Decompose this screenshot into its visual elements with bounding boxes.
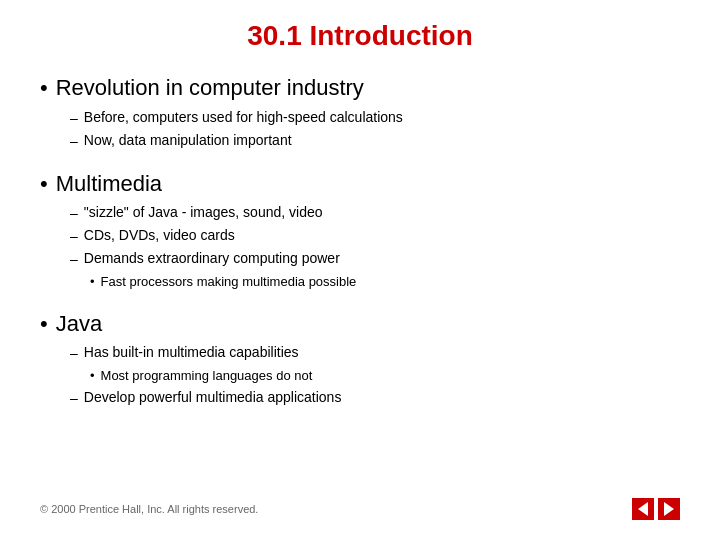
revolution-sub-items: – Before, computers used for high-speed … bbox=[70, 107, 680, 152]
revolution-sub-1-text: Before, computers used for high-speed ca… bbox=[84, 107, 403, 128]
dash-4: – bbox=[70, 226, 78, 247]
dash-5: – bbox=[70, 249, 78, 270]
multimedia-sub-sub-1-text: Fast processors making multimedia possib… bbox=[101, 272, 357, 292]
java-sub-1: – Has built-in multimedia capabilities bbox=[70, 342, 680, 364]
multimedia-sub-1: – "sizzle" of Java - images, sound, vide… bbox=[70, 202, 680, 224]
java-sub-2: – Develop powerful multimedia applicatio… bbox=[70, 387, 680, 409]
bullet-dot-1: • bbox=[40, 75, 48, 101]
dash-3: – bbox=[70, 203, 78, 224]
section-multimedia: • Multimedia – "sizzle" of Java - images… bbox=[40, 170, 680, 296]
dash-2: – bbox=[70, 131, 78, 152]
copyright-text: © 2000 Prentice Hall, Inc. All rights re… bbox=[40, 503, 258, 515]
sub-bullet-1: • bbox=[90, 272, 95, 292]
bullet-multimedia: • Multimedia bbox=[40, 170, 680, 199]
dash-7: – bbox=[70, 388, 78, 409]
multimedia-sub-2-text: CDs, DVDs, video cards bbox=[84, 225, 235, 246]
sub-bullet-2: • bbox=[90, 366, 95, 386]
slide-footer: © 2000 Prentice Hall, Inc. All rights re… bbox=[40, 490, 680, 520]
bullet-java: • Java bbox=[40, 310, 680, 339]
bullet-java-text: Java bbox=[56, 310, 102, 339]
section-java: • Java – Has built-in multimedia capabil… bbox=[40, 310, 680, 413]
multimedia-sub-1-text: "sizzle" of Java - images, sound, video bbox=[84, 202, 323, 223]
slide-title: 30.1 Introduction bbox=[40, 20, 680, 56]
slide: 30.1 Introduction • Revolution in comput… bbox=[0, 0, 720, 540]
java-sub-2-text: Develop powerful multimedia applications bbox=[84, 387, 342, 408]
java-sub-items: – Has built-in multimedia capabilities •… bbox=[70, 342, 680, 409]
dash-6: – bbox=[70, 343, 78, 364]
multimedia-sub-3: – Demands extraordinary computing power bbox=[70, 248, 680, 270]
java-sub-sub-items: • Most programming languages do not bbox=[90, 366, 680, 386]
slide-content: • Revolution in computer industry – Befo… bbox=[40, 74, 680, 490]
dash-1: – bbox=[70, 108, 78, 129]
revolution-sub-1: – Before, computers used for high-speed … bbox=[70, 107, 680, 129]
bullet-revolution: • Revolution in computer industry bbox=[40, 74, 680, 103]
multimedia-sub-items: – "sizzle" of Java - images, sound, vide… bbox=[70, 202, 680, 292]
multimedia-sub-2: – CDs, DVDs, video cards bbox=[70, 225, 680, 247]
revolution-sub-2-text: Now, data manipulation important bbox=[84, 130, 292, 151]
multimedia-sub-sub-1: • Fast processors making multimedia poss… bbox=[90, 272, 680, 292]
section-revolution: • Revolution in computer industry – Befo… bbox=[40, 74, 680, 156]
bullet-dot-2: • bbox=[40, 171, 48, 197]
bullet-multimedia-text: Multimedia bbox=[56, 170, 162, 199]
java-sub-sub-1-text: Most programming languages do not bbox=[101, 366, 313, 386]
bullet-revolution-text: Revolution in computer industry bbox=[56, 74, 364, 103]
java-sub-sub-1: • Most programming languages do not bbox=[90, 366, 680, 386]
prev-button[interactable] bbox=[632, 498, 654, 520]
revolution-sub-2: – Now, data manipulation important bbox=[70, 130, 680, 152]
next-button[interactable] bbox=[658, 498, 680, 520]
java-sub-1-text: Has built-in multimedia capabilities bbox=[84, 342, 299, 363]
multimedia-sub-3-text: Demands extraordinary computing power bbox=[84, 248, 340, 269]
nav-buttons bbox=[632, 498, 680, 520]
multimedia-sub-sub-items: • Fast processors making multimedia poss… bbox=[90, 272, 680, 292]
bullet-dot-3: • bbox=[40, 311, 48, 337]
